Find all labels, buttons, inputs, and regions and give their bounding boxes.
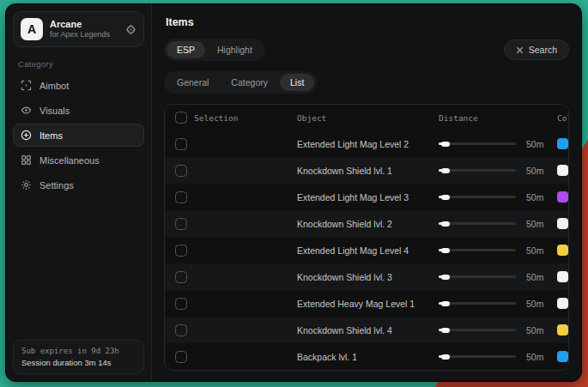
- slider-thumb[interactable]: [441, 275, 450, 280]
- object-label: Backpack lvl. 1: [297, 352, 439, 362]
- view-tab-group: General Category List: [164, 71, 317, 94]
- row-checkbox[interactable]: [175, 191, 187, 203]
- row-checkbox[interactable]: [175, 245, 187, 257]
- session-duration-text: Session duration 3m 14s: [21, 358, 136, 367]
- slider-track: [439, 222, 516, 225]
- table-row: Knockdown Shield lvl. 4 50m: [165, 317, 568, 343]
- crosshair-icon: [21, 80, 32, 91]
- table-row: Knockdown Shield lvl. 3 50m: [165, 263, 568, 290]
- sidebar-nav: Aimbot Visuals Items: [13, 74, 144, 197]
- color-swatch[interactable]: [557, 298, 568, 309]
- tab-category[interactable]: Category: [221, 74, 278, 91]
- table-header-row: Selection Object Distance Color: [165, 105, 568, 130]
- color-swatch[interactable]: [557, 324, 568, 336]
- distance-slider[interactable]: [439, 139, 516, 149]
- tab-general[interactable]: General: [167, 74, 219, 91]
- distance-slider[interactable]: [439, 299, 516, 309]
- sidebar-item-label: Settings: [39, 180, 74, 190]
- brand-title: Arcane: [50, 19, 118, 31]
- distance-slider[interactable]: [439, 166, 516, 176]
- mode-tab-group: ESP Highlight: [164, 39, 265, 61]
- brand-subtitle: for Apex Legends: [50, 30, 118, 39]
- table-row: Knockdown Shield lvl. 1 50m: [165, 157, 568, 184]
- sidebar-item-visuals[interactable]: Visuals: [13, 99, 144, 122]
- color-swatch[interactable]: [557, 245, 568, 256]
- sidebar-item-label: Visuals: [39, 106, 70, 116]
- category-section-label: Category: [18, 59, 139, 69]
- select-all-checkbox[interactable]: [175, 112, 187, 124]
- tab-esp[interactable]: ESP: [167, 41, 205, 58]
- subscription-info-card: Sub expires in 9d 23h Session duration 3…: [13, 340, 144, 374]
- color-swatch[interactable]: [557, 218, 568, 229]
- slider-thumb[interactable]: [441, 168, 450, 173]
- row-checkbox[interactable]: [175, 324, 187, 336]
- slider-thumb[interactable]: [441, 301, 450, 306]
- slider-track: [439, 196, 516, 198]
- slider-thumb[interactable]: [441, 248, 450, 253]
- row-checkbox[interactable]: [175, 165, 187, 177]
- object-label: Knockdown Shield lvl. 2: [297, 219, 439, 229]
- distance-value: 50m: [521, 352, 557, 362]
- slider-track: [439, 249, 516, 251]
- color-swatch[interactable]: [557, 191, 568, 203]
- row-checkbox[interactable]: [175, 271, 187, 283]
- column-header-object: Object: [297, 113, 439, 123]
- row-checkbox[interactable]: [175, 351, 187, 363]
- slider-thumb[interactable]: [441, 221, 450, 227]
- distance-value: 50m: [521, 299, 557, 309]
- sidebar-item-items[interactable]: Items: [13, 124, 144, 147]
- row-checkbox[interactable]: [175, 298, 187, 310]
- table-row: Extended Light Mag Level 4 50m: [165, 237, 568, 263]
- brand-card: A Arcane for Apex Legends: [13, 11, 144, 47]
- table-row: Extended Light Mag Level 2 50m: [165, 130, 568, 157]
- brand-logo: A: [21, 18, 43, 40]
- distance-slider[interactable]: [439, 192, 516, 203]
- package-icon: [21, 130, 32, 141]
- sidebar-item-miscellaneous[interactable]: Miscellaneous: [13, 148, 144, 172]
- slider-track: [439, 169, 516, 172]
- grid-icon: [21, 154, 32, 166]
- slider-thumb[interactable]: [441, 354, 450, 360]
- color-swatch[interactable]: [557, 271, 568, 282]
- object-label: Knockdown Shield lvl. 4: [297, 325, 439, 336]
- tab-highlight[interactable]: Highlight: [207, 41, 263, 58]
- slider-track: [439, 355, 516, 358]
- sidebar-item-label: Aimbot: [39, 81, 69, 91]
- distance-value: 50m: [521, 192, 557, 203]
- row-checkbox[interactable]: [175, 218, 187, 230]
- table-row: Extended Heavy Mag Level 1 50m: [165, 290, 568, 317]
- gem-icon[interactable]: [125, 24, 136, 35]
- sidebar-item-aimbot[interactable]: Aimbot: [13, 74, 144, 97]
- column-header-distance: Distance: [439, 113, 521, 123]
- sidebar-item-label: Items: [39, 130, 63, 141]
- distance-value: 50m: [521, 219, 557, 229]
- distance-value: 50m: [521, 272, 557, 282]
- row-checkbox[interactable]: [175, 138, 187, 150]
- gear-icon: [21, 179, 32, 190]
- slider-track: [439, 142, 516, 145]
- distance-value: 50m: [521, 325, 557, 336]
- distance-slider[interactable]: [439, 245, 516, 256]
- distance-slider[interactable]: [439, 325, 516, 336]
- distance-slider[interactable]: [439, 219, 516, 229]
- color-swatch[interactable]: [557, 138, 568, 149]
- sidebar-item-settings[interactable]: Settings: [13, 173, 144, 197]
- eye-icon: [21, 105, 32, 116]
- color-swatch[interactable]: [557, 351, 568, 362]
- slider-track: [439, 275, 516, 278]
- search-button[interactable]: Search: [504, 39, 569, 60]
- distance-value: 50m: [521, 139, 557, 149]
- color-swatch[interactable]: [557, 165, 568, 176]
- search-button-label: Search: [529, 45, 557, 55]
- slider-thumb[interactable]: [441, 142, 450, 147]
- tab-list[interactable]: List: [280, 74, 314, 91]
- object-label: Extended Light Mag Level 3: [297, 192, 439, 203]
- distance-slider[interactable]: [439, 352, 516, 362]
- sidebar-item-label: Miscellaneous: [39, 155, 100, 166]
- object-label: Extended Light Mag Level 2: [297, 139, 439, 149]
- slider-thumb[interactable]: [441, 328, 450, 333]
- column-header-color: Color: [557, 113, 569, 123]
- slider-thumb[interactable]: [441, 195, 450, 200]
- distance-value: 50m: [521, 166, 557, 176]
- distance-slider[interactable]: [439, 272, 516, 282]
